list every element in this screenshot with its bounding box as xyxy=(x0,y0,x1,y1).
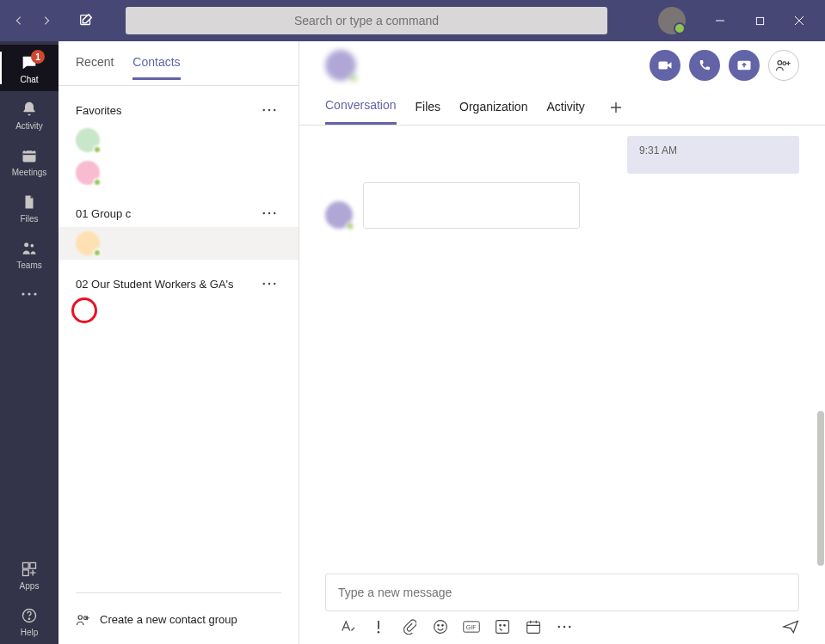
create-contact-group-label: Create a new contact group xyxy=(100,613,237,626)
svg-point-30 xyxy=(783,62,786,65)
svg-point-39 xyxy=(500,625,502,627)
svg-point-17 xyxy=(268,109,270,111)
svg-rect-3 xyxy=(25,148,27,150)
ellipsis-icon xyxy=(262,282,276,285)
window-minimize-button[interactable] xyxy=(701,7,739,34)
scrollbar[interactable] xyxy=(817,411,824,566)
section-group1-label: 01 Group c xyxy=(76,207,131,220)
svg-point-24 xyxy=(274,283,275,285)
calendar-icon xyxy=(19,145,40,166)
schedule-meeting-button[interactable] xyxy=(525,618,542,635)
current-user-avatar[interactable] xyxy=(658,7,686,34)
priority-button[interactable] xyxy=(370,618,387,635)
create-contact-group-button[interactable]: Create a new contact group xyxy=(76,592,281,634)
sticker-button[interactable] xyxy=(494,618,511,635)
emoji-button[interactable] xyxy=(432,618,449,635)
ellipsis-icon xyxy=(557,625,571,629)
ellipsis-icon xyxy=(262,212,276,215)
svg-point-42 xyxy=(558,626,560,628)
contact-row[interactable] xyxy=(58,227,299,260)
compose-more-button[interactable] xyxy=(556,618,573,635)
format-button[interactable] xyxy=(339,618,356,635)
paperclip-icon xyxy=(403,619,416,635)
add-people-icon xyxy=(775,58,792,72)
tab-files[interactable]: Files xyxy=(416,91,441,124)
phone-icon xyxy=(698,58,711,72)
plus-icon xyxy=(610,101,622,113)
svg-text:GIF: GIF xyxy=(466,624,477,630)
tab-contacts[interactable]: Contacts xyxy=(132,55,180,80)
conversation-panel: Conversation Files Organization Activity… xyxy=(299,41,825,644)
gif-button[interactable]: GIF xyxy=(463,618,480,635)
rail-apps[interactable]: Apps xyxy=(0,551,58,598)
format-icon xyxy=(340,620,355,634)
gif-icon: GIF xyxy=(463,620,480,634)
tab-activity[interactable]: Activity xyxy=(546,91,584,124)
svg-point-32 xyxy=(378,631,379,633)
contact-avatar xyxy=(76,161,100,185)
sent-message[interactable]: 9:31 AM xyxy=(627,136,799,174)
window-close-button[interactable] xyxy=(780,7,818,34)
rail-chat[interactable]: Chat 1 xyxy=(0,45,58,91)
svg-point-25 xyxy=(78,615,83,619)
sender-avatar[interactable] xyxy=(325,201,353,229)
conversation-avatar[interactable] xyxy=(325,50,356,81)
svg-point-33 xyxy=(434,621,447,634)
exclamation-icon xyxy=(376,620,381,634)
minimize-icon xyxy=(715,15,725,26)
svg-rect-31 xyxy=(378,621,379,629)
rail-more[interactable] xyxy=(0,277,58,311)
apps-icon xyxy=(19,559,40,580)
rail-teams[interactable]: Teams xyxy=(0,230,58,277)
title-bar xyxy=(0,0,825,41)
teams-icon xyxy=(19,238,40,259)
svg-rect-4 xyxy=(32,148,34,150)
add-tab-button[interactable] xyxy=(604,95,628,120)
svg-rect-1 xyxy=(756,17,763,24)
rail-activity[interactable]: Activity xyxy=(0,91,58,138)
rail-activity-label: Activity xyxy=(15,121,43,131)
svg-rect-5 xyxy=(23,153,36,155)
send-button[interactable] xyxy=(782,618,799,635)
add-group-icon xyxy=(76,613,91,627)
group1-more-button[interactable] xyxy=(257,205,281,222)
tab-recent[interactable]: Recent xyxy=(76,55,114,80)
rail-files[interactable]: Files xyxy=(0,184,58,230)
svg-point-44 xyxy=(569,626,570,628)
svg-point-19 xyxy=(263,212,265,214)
contact-avatar xyxy=(76,231,100,255)
favorites-more-button[interactable] xyxy=(257,101,281,119)
window-maximize-button[interactable] xyxy=(741,7,779,34)
rail-help[interactable]: Help xyxy=(0,598,58,644)
svg-point-8 xyxy=(22,292,24,295)
search-input[interactable] xyxy=(126,7,607,34)
tab-conversation[interactable]: Conversation xyxy=(325,89,397,125)
svg-rect-13 xyxy=(23,569,29,575)
svg-rect-38 xyxy=(496,621,509,634)
rail-files-label: Files xyxy=(20,214,38,224)
audio-call-button[interactable] xyxy=(689,50,720,81)
nav-forward-button[interactable] xyxy=(34,9,58,33)
video-icon xyxy=(657,59,673,71)
chat-badge: 1 xyxy=(31,50,45,64)
group2-more-button[interactable] xyxy=(257,275,281,292)
emoji-icon xyxy=(433,619,448,635)
attach-button[interactable] xyxy=(401,618,418,635)
new-chat-button[interactable] xyxy=(72,7,100,34)
send-icon xyxy=(782,619,799,635)
calendar-small-icon xyxy=(526,619,541,635)
tab-organization[interactable]: Organization xyxy=(459,91,527,124)
video-call-button[interactable] xyxy=(650,50,680,81)
rail-meetings[interactable]: Meetings xyxy=(0,138,58,184)
bell-icon xyxy=(19,99,40,120)
received-message[interactable] xyxy=(363,182,580,229)
contact-row[interactable] xyxy=(58,124,299,156)
message-list: 9:31 AM xyxy=(299,126,825,573)
compose-input[interactable] xyxy=(338,586,786,599)
contact-row[interactable] xyxy=(58,156,299,189)
nav-back-button[interactable] xyxy=(7,9,31,33)
help-icon xyxy=(19,605,40,626)
screen-share-button[interactable] xyxy=(729,50,760,81)
add-people-button[interactable] xyxy=(768,50,799,81)
rail-chat-label: Chat xyxy=(20,75,38,84)
